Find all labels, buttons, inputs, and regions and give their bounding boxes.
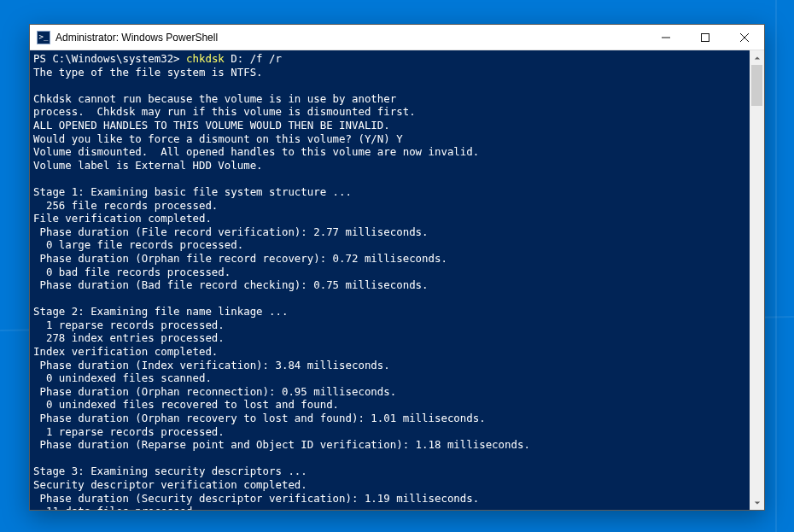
minimize-button[interactable] <box>646 25 686 50</box>
vertical-scrollbar[interactable] <box>750 50 764 510</box>
scroll-thumb[interactable] <box>751 65 762 106</box>
minimize-icon <box>662 33 670 42</box>
scroll-up-button[interactable] <box>750 50 764 65</box>
chevron-down-icon <box>754 500 761 506</box>
chevron-up-icon <box>754 55 761 61</box>
powershell-icon: >_ <box>37 31 50 44</box>
close-icon <box>740 33 749 42</box>
powershell-window: >_ Administrator: Windows PowerShell PS … <box>29 24 765 511</box>
scroll-down-button[interactable] <box>750 495 764 510</box>
console-area: PS C:\Windows\system32> chkdsk D: /f /r … <box>30 50 764 510</box>
titlebar[interactable]: >_ Administrator: Windows PowerShell <box>30 25 764 50</box>
maximize-icon <box>701 33 709 42</box>
terminal-output[interactable]: PS C:\Windows\system32> chkdsk D: /f /r … <box>30 50 750 510</box>
window-title: Administrator: Windows PowerShell <box>55 32 218 44</box>
maximize-button[interactable] <box>686 25 725 50</box>
svg-rect-1 <box>702 33 709 41</box>
window-controls <box>646 25 764 50</box>
close-button[interactable] <box>725 25 764 50</box>
